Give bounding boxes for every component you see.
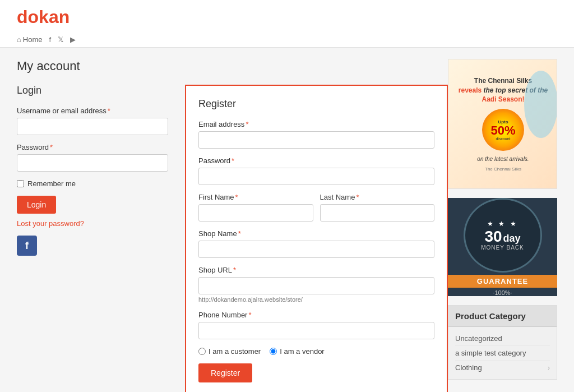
shop-url-group: Shop URL* http://dokandemo.ajaira.websit… bbox=[198, 266, 434, 303]
first-name-input[interactable] bbox=[198, 204, 313, 222]
password-group-login: Password* bbox=[17, 143, 168, 172]
vendor-radio[interactable] bbox=[270, 348, 277, 355]
logo-rest: okan bbox=[28, 7, 70, 27]
last-name-input[interactable] bbox=[320, 204, 435, 222]
category-uncategorized[interactable]: Uncategorized bbox=[455, 334, 502, 343]
password-input-register[interactable] bbox=[198, 168, 434, 185]
password-label-login: Password* bbox=[17, 143, 168, 151]
user-type-row: I am a customer I am a vendor bbox=[198, 347, 434, 356]
register-box: Register Email address* Password* bbox=[185, 85, 448, 392]
nav-twitter[interactable]: 𝕏 bbox=[58, 35, 63, 44]
nav-facebook[interactable]: f bbox=[49, 35, 52, 44]
remember-me-row: Remember me bbox=[17, 179, 168, 188]
shop-url-hint: http://dokandemo.ajaira.website/store/ bbox=[198, 296, 434, 303]
phone-input[interactable] bbox=[198, 322, 434, 339]
password-label-register: Password* bbox=[198, 156, 434, 165]
nav-home-label: Home bbox=[23, 35, 43, 44]
badge-stars: ★ ★ ★ bbox=[487, 220, 518, 228]
product-category-title: Product Category bbox=[448, 306, 557, 327]
product-category-box: Product Category Uncategorized a simple … bbox=[448, 305, 557, 380]
remember-me-label: Remember me bbox=[27, 179, 76, 188]
last-name-group: Last Name* bbox=[320, 193, 435, 222]
page-title: My account bbox=[17, 59, 448, 73]
top-nav: ⌂ Home f 𝕏 ▶ bbox=[17, 32, 557, 47]
customer-label: I am a customer bbox=[209, 347, 261, 356]
product-category-list: Uncategorized a simple test category Clo… bbox=[448, 327, 557, 379]
shop-name-label: Shop Name* bbox=[198, 229, 434, 238]
password-input-login[interactable] bbox=[17, 154, 168, 172]
register-section: Register Email address* Password* bbox=[185, 85, 448, 392]
badge-circle: ★ ★ ★ 30 day MONEY BACK bbox=[464, 198, 542, 273]
main-container: My account Login Username or email addre… bbox=[0, 48, 574, 392]
right-sidebar: The Chennai Silks reveals the top secret… bbox=[448, 59, 557, 392]
badge-ribbon: GUARANTEE bbox=[448, 275, 557, 288]
login-facebook-button[interactable]: f bbox=[17, 236, 37, 256]
password-group-register: Password* bbox=[198, 156, 434, 185]
category-clothing[interactable]: Clothing bbox=[455, 363, 482, 372]
shop-url-label: Shop URL* bbox=[198, 266, 434, 274]
username-group: Username or email address* bbox=[17, 107, 168, 135]
customer-option: I am a customer bbox=[198, 347, 261, 356]
last-name-label: Last Name* bbox=[320, 193, 435, 201]
name-row: First Name* Last Name* bbox=[198, 193, 434, 229]
list-item[interactable]: Clothing › bbox=[455, 361, 550, 375]
forms-row: Login Username or email address* Passwor… bbox=[17, 85, 448, 392]
register-button[interactable]: Register bbox=[198, 363, 252, 382]
shop-name-input[interactable] bbox=[198, 241, 434, 258]
badge-30: 30 bbox=[484, 229, 502, 245]
shop-name-group: Shop Name* bbox=[198, 229, 434, 258]
youtube-icon: ▶ bbox=[70, 35, 76, 44]
first-name-label: First Name* bbox=[198, 193, 313, 201]
category-simple-test[interactable]: a simple test category bbox=[455, 349, 526, 357]
vendor-option: I am a vendor bbox=[270, 347, 325, 356]
facebook-icon: f bbox=[49, 35, 52, 44]
email-label: Email address* bbox=[198, 120, 434, 128]
ad-image: The Chennai Silks reveals the top secret… bbox=[448, 59, 557, 188]
register-title: Register bbox=[198, 98, 434, 110]
phone-group: Phone Number* bbox=[198, 311, 434, 339]
remember-me-checkbox[interactable] bbox=[17, 180, 24, 187]
twitter-icon: 𝕏 bbox=[58, 35, 63, 44]
home-icon: ⌂ bbox=[17, 35, 21, 44]
login-title: Login bbox=[17, 85, 168, 96]
left-column: My account Login Username or email addre… bbox=[17, 59, 448, 392]
email-input[interactable] bbox=[198, 131, 434, 149]
shop-url-input[interactable] bbox=[198, 277, 434, 294]
customer-radio[interactable] bbox=[198, 348, 206, 355]
username-input[interactable] bbox=[17, 118, 168, 135]
nav-youtube[interactable]: ▶ bbox=[70, 35, 76, 44]
username-label: Username or email address* bbox=[17, 107, 168, 115]
email-group: Email address* bbox=[198, 120, 434, 149]
nav-home[interactable]: ⌂ Home bbox=[17, 35, 43, 44]
ad-banner[interactable]: The Chennai Silks reveals the top secret… bbox=[448, 59, 557, 189]
list-item[interactable]: Uncategorized bbox=[455, 331, 550, 346]
vendor-label: I am a vendor bbox=[280, 347, 325, 356]
badge-100: ·100%· bbox=[493, 289, 512, 296]
badge-money: MONEY BACK bbox=[481, 245, 524, 251]
login-section: Login Username or email address* Passwor… bbox=[17, 85, 185, 392]
site-header: dokan ⌂ Home f 𝕏 ▶ bbox=[0, 0, 574, 48]
logo-d: d bbox=[17, 7, 28, 27]
site-logo[interactable]: dokan bbox=[17, 7, 557, 27]
list-item[interactable]: a simple test category bbox=[455, 346, 550, 361]
first-name-group: First Name* bbox=[198, 193, 313, 222]
badge-day: day bbox=[503, 233, 521, 245]
login-button[interactable]: Login bbox=[17, 196, 56, 214]
phone-label: Phone Number* bbox=[198, 311, 434, 319]
lost-password-link[interactable]: Lost your password? bbox=[17, 219, 168, 228]
category-arrow: › bbox=[548, 364, 550, 372]
guarantee-badge: ★ ★ ★ 30 day MONEY BACK GUARANTEE ·100%· bbox=[448, 198, 557, 296]
